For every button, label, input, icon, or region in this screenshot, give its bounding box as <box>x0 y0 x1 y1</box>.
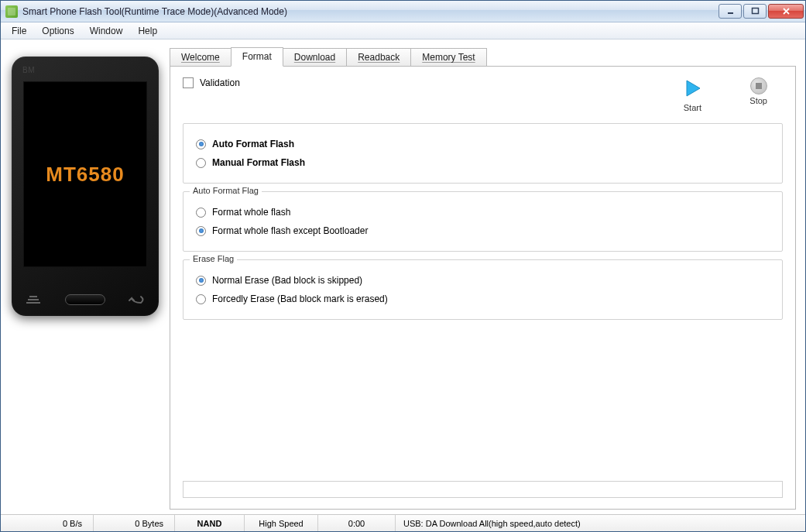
status-usb: USB: DA Download All(high speed,auto det… <box>396 515 805 531</box>
stop-button[interactable]: Stop <box>749 77 767 112</box>
status-bytes: 0 Bytes <box>94 515 175 531</box>
start-button[interactable]: Start <box>681 77 703 112</box>
app-icon <box>5 5 18 18</box>
erase-flag-group: Erase Flag Normal Erase (Bad block is sk… <box>183 259 783 320</box>
radio-icon[interactable] <box>196 226 206 236</box>
maximize-button[interactable] <box>743 4 767 19</box>
play-icon <box>681 77 703 101</box>
tab-download[interactable]: Download <box>283 48 347 66</box>
menu-options[interactable]: Options <box>34 24 81 38</box>
format-except-bootloader-label: Format whole flash except Bootloader <box>212 225 368 236</box>
radio-format-whole[interactable]: Format whole flash <box>194 203 771 221</box>
tab-strip: Welcome Format Download Readback Memory … <box>170 46 796 66</box>
status-rate: 0 B/s <box>1 515 94 531</box>
radio-normal-erase[interactable]: Normal Erase (Bad block is skipped) <box>194 271 771 290</box>
manual-format-label: Manual Format Flash <box>212 157 305 168</box>
phone-chip-label: MT6580 <box>46 163 124 187</box>
minimize-button[interactable] <box>719 4 742 19</box>
auto-format-flag-title: Auto Format Flag <box>190 186 262 195</box>
menu-key-icon <box>23 294 43 305</box>
main-panel: Welcome Format Download Readback Memory … <box>170 39 805 514</box>
menu-window[interactable]: Window <box>82 24 131 38</box>
radio-format-except-bootloader[interactable]: Format whole flash except Bootloader <box>194 221 771 240</box>
format-top-row: Validation Start Stop <box>183 77 783 112</box>
format-mode-group: Auto Format Flash Manual Format Flash <box>183 123 783 184</box>
status-speed: High Speed <box>245 515 318 531</box>
svg-rect-1 <box>752 9 758 14</box>
phone-panel: BM MT6580 <box>1 39 170 514</box>
auto-format-label: Auto Format Flash <box>212 139 294 149</box>
radio-icon[interactable] <box>196 276 206 286</box>
action-buttons: Start Stop <box>681 77 783 112</box>
radio-icon[interactable] <box>196 139 206 149</box>
start-label: Start <box>684 103 701 112</box>
radio-auto-format[interactable]: Auto Format Flash <box>194 135 771 153</box>
format-whole-label: Format whole flash <box>212 207 290 218</box>
progress-bar <box>183 481 783 498</box>
phone-brand-label: BM <box>22 66 35 74</box>
tab-content-format: Validation Start Stop <box>170 66 796 510</box>
tab-memory-test[interactable]: Memory Test <box>410 48 486 66</box>
app-window: Smart Phone Flash Tool(Runtime Trace Mod… <box>0 0 806 532</box>
window-title: Smart Phone Flash Tool(Runtime Trace Mod… <box>22 6 719 17</box>
svg-marker-2 <box>687 81 700 96</box>
forcedly-erase-label: Forcedly Erase (Bad block mark is erased… <box>212 293 388 304</box>
status-time: 0:00 <box>318 515 396 531</box>
radio-manual-format[interactable]: Manual Format Flash <box>194 153 771 172</box>
back-key-icon <box>127 294 147 305</box>
close-button[interactable] <box>768 4 804 19</box>
status-bar: 0 B/s 0 Bytes NAND High Speed 0:00 USB: … <box>1 514 805 531</box>
phone-hw-buttons <box>23 294 147 305</box>
normal-erase-label: Normal Erase (Bad block is skipped) <box>212 275 362 286</box>
radio-icon[interactable] <box>196 294 206 304</box>
erase-flag-title: Erase Flag <box>190 254 237 263</box>
radio-icon[interactable] <box>196 208 206 218</box>
radio-icon[interactable] <box>196 158 206 168</box>
menubar: File Options Window Help <box>1 22 805 39</box>
validation-label: Validation <box>200 77 240 88</box>
menu-file[interactable]: File <box>4 24 34 38</box>
status-storage: NAND <box>175 515 245 531</box>
stop-label: Stop <box>749 96 767 105</box>
auto-format-flag-group: Auto Format Flag Format whole flash Form… <box>183 191 783 252</box>
content-area: BM MT6580 Welcome Format Download Readba… <box>1 39 805 514</box>
menu-help[interactable]: Help <box>130 24 165 38</box>
checkbox-icon[interactable] <box>183 77 194 88</box>
tab-welcome[interactable]: Welcome <box>170 48 232 66</box>
phone-illustration: BM MT6580 <box>12 57 159 316</box>
tab-readback[interactable]: Readback <box>346 48 411 66</box>
stop-icon <box>750 77 767 94</box>
radio-forcedly-erase[interactable]: Forcedly Erase (Bad block mark is erased… <box>194 290 771 308</box>
window-controls <box>719 4 804 19</box>
home-key-icon <box>65 294 105 305</box>
tab-format[interactable]: Format <box>231 47 283 67</box>
phone-screen: MT6580 <box>23 81 147 267</box>
validation-checkbox[interactable]: Validation <box>183 77 240 88</box>
titlebar[interactable]: Smart Phone Flash Tool(Runtime Trace Mod… <box>1 1 805 22</box>
